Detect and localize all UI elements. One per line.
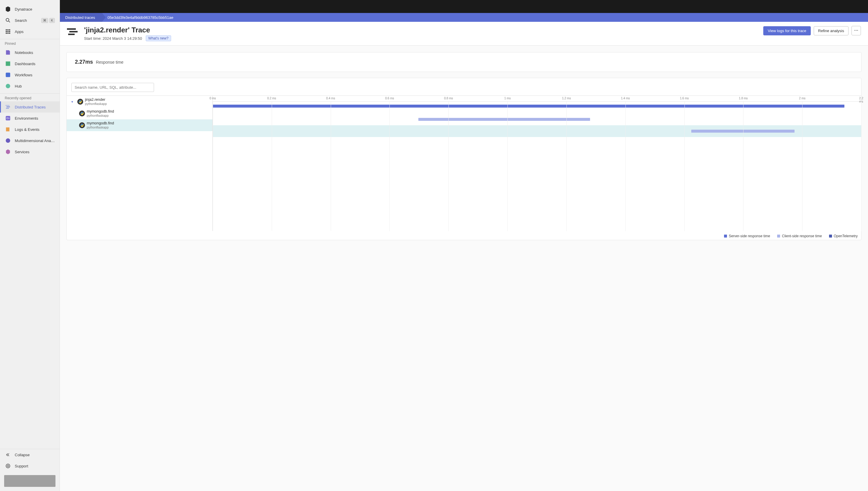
- svg-point-0: [6, 18, 9, 21]
- timeline-tick: 0.6 ms: [385, 97, 394, 100]
- dynatrace-logo-icon: [5, 6, 11, 12]
- sidebar-item-distributed-traces[interactable]: Distributed Traces: [0, 102, 60, 113]
- timeline-tick: 0.8 ms: [444, 97, 453, 100]
- svg-rect-4: [9, 29, 10, 31]
- breadcrumb: Distributed traces 05e3dd3fe3e4af9ddb963…: [60, 13, 868, 22]
- section-pinned: Pinned: [0, 39, 60, 47]
- grid-line: [743, 102, 743, 231]
- grid-line: [449, 102, 449, 231]
- span-name: mymongodb.find: [87, 121, 114, 125]
- brand-row[interactable]: Dynatrace: [0, 3, 60, 15]
- sidebar-item-multidimensional-analysis[interactable]: Multidimensional Anal…: [0, 135, 60, 146]
- python-icon: [79, 111, 85, 116]
- grid-line: [331, 102, 331, 231]
- services-icon: [5, 148, 11, 155]
- span-service: pythonflaskapp: [85, 102, 107, 106]
- svg-point-33: [83, 126, 83, 126]
- page-title: 'jinja2.render' Trace: [84, 26, 171, 34]
- sidebar-item-workflows[interactable]: Workflows: [0, 69, 60, 81]
- svg-rect-2: [6, 29, 7, 31]
- trace-header-icon: [67, 27, 80, 36]
- legend-otel: OpenTelemetry: [829, 234, 858, 238]
- svg-point-28: [79, 100, 80, 101]
- sidebar-item-services[interactable]: Services: [0, 146, 60, 157]
- sidebar-item-hub[interactable]: Hub: [0, 81, 60, 92]
- grid-line: [272, 102, 272, 231]
- search-row[interactable]: Search ⌘ K: [0, 15, 60, 26]
- sidebar-item-environments[interactable]: En Environments: [0, 113, 60, 124]
- apps-grid-icon: [5, 28, 11, 35]
- svg-point-25: [855, 30, 855, 30]
- notebooks-icon: [5, 49, 11, 56]
- svg-line-1: [9, 21, 10, 22]
- span-bar[interactable]: [418, 118, 590, 121]
- python-icon: [79, 122, 85, 128]
- sidebar-item-notebooks[interactable]: Notebooks: [0, 47, 60, 58]
- legend-server: Server-side response time: [724, 234, 770, 238]
- refine-analysis-button[interactable]: Refine analysis: [814, 26, 848, 35]
- grid-line: [684, 102, 685, 231]
- span-row[interactable]: ▾jinja2.renderpythonflaskapp: [67, 96, 212, 108]
- timeline-row[interactable]: [213, 125, 861, 137]
- ellipsis-icon: [854, 28, 859, 34]
- timeline-tick: 1.8 ms: [739, 97, 748, 100]
- apps-row[interactable]: Apps: [0, 26, 60, 37]
- trace-waterfall-panel: ▾jinja2.renderpythonflaskappmymongodb.fi…: [66, 78, 862, 240]
- timeline-tick: 1.2 ms: [562, 97, 571, 100]
- analysis-icon: [5, 137, 11, 144]
- main-content: Distributed traces 05e3dd3fe3e4af9ddb963…: [60, 0, 868, 491]
- timeline-header: 0 ms0.2 ms0.4 ms0.6 ms0.8 ms1 ms1.2 ms1.…: [213, 96, 861, 102]
- svg-rect-12: [6, 73, 10, 77]
- svg-point-13: [6, 84, 10, 88]
- support-button[interactable]: Support: [0, 460, 60, 471]
- svg-rect-24: [68, 34, 75, 35]
- sidebar-item-dashboards[interactable]: Dashboards: [0, 58, 60, 69]
- view-logs-button[interactable]: View logs for this trace: [763, 26, 811, 35]
- collapse-button[interactable]: Collapse: [0, 449, 60, 460]
- span-name: mymongodb.find: [87, 109, 114, 114]
- svg-rect-15: [6, 106, 10, 107]
- timeline-row[interactable]: [213, 113, 861, 125]
- breadcrumb-trace-id[interactable]: 05e3dd3fe3e4af9ddb963785c5bb51ae: [102, 13, 179, 22]
- span-bar[interactable]: [691, 130, 794, 133]
- start-time-label: Start time: 2024 March 3 14:29:50: [84, 36, 142, 41]
- user-block[interactable]: [4, 475, 55, 487]
- svg-point-32: [81, 124, 81, 124]
- whats-new-badge[interactable]: What's new?: [146, 35, 171, 41]
- timeline-row[interactable]: [213, 102, 861, 113]
- grid-line: [625, 102, 626, 231]
- dashboards-icon: [5, 60, 11, 67]
- span-row[interactable]: mymongodb.findpythonflaskapp: [67, 108, 212, 119]
- page-header: 'jinja2.render' Trace Start time: 2024 M…: [60, 22, 868, 46]
- timeline-tick: 0 ms: [210, 97, 216, 100]
- timeline-tick: 0.4 ms: [326, 97, 335, 100]
- svg-rect-5: [6, 31, 7, 32]
- svg-rect-8: [6, 33, 7, 34]
- svg-rect-14: [6, 105, 9, 106]
- span-service: pythonflaskapp: [87, 114, 114, 118]
- svg-rect-10: [9, 33, 10, 34]
- svg-rect-22: [67, 28, 76, 30]
- response-time-label: Response time: [96, 60, 123, 64]
- sidebar-item-logs-events[interactable]: Logs & Events: [0, 124, 60, 135]
- grid-line: [802, 102, 803, 231]
- traces-icon: [5, 104, 11, 110]
- more-actions-button[interactable]: [851, 26, 861, 35]
- chevron-down-icon[interactable]: ▾: [72, 100, 76, 104]
- grid-line: [508, 102, 508, 231]
- span-list: ▾jinja2.renderpythonflaskappmymongodb.fi…: [67, 96, 213, 231]
- svg-point-21: [7, 465, 9, 467]
- support-icon: [5, 463, 11, 469]
- svg-point-31: [83, 114, 83, 115]
- span-row[interactable]: mymongodb.findpythonflaskapp: [67, 119, 212, 131]
- timeline-tick: 2 ms: [799, 97, 806, 100]
- workflows-icon: [5, 71, 11, 78]
- response-time-value: 2.27ms: [75, 59, 93, 65]
- timeline-tick: 1.6 ms: [680, 97, 689, 100]
- svg-point-27: [857, 30, 858, 30]
- breadcrumb-root[interactable]: Distributed traces: [60, 13, 102, 22]
- span-bar[interactable]: [213, 105, 844, 108]
- collapse-icon: [5, 452, 11, 458]
- grid-line: [389, 102, 390, 231]
- span-search-input[interactable]: [72, 83, 154, 92]
